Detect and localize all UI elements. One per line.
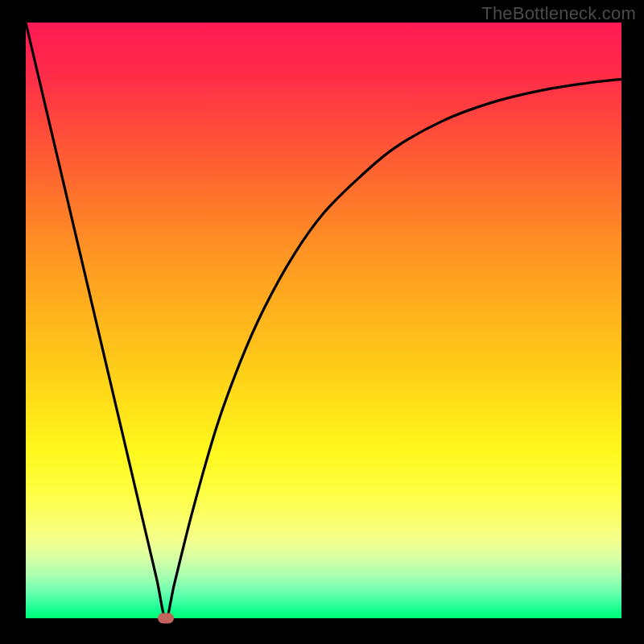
watermark-text: TheBottleneck.com	[481, 3, 636, 24]
chart-frame: TheBottleneck.com	[0, 0, 644, 644]
bottleneck-curve	[26, 23, 621, 618]
plot-area	[26, 23, 621, 618]
optimal-point-marker	[158, 613, 174, 624]
